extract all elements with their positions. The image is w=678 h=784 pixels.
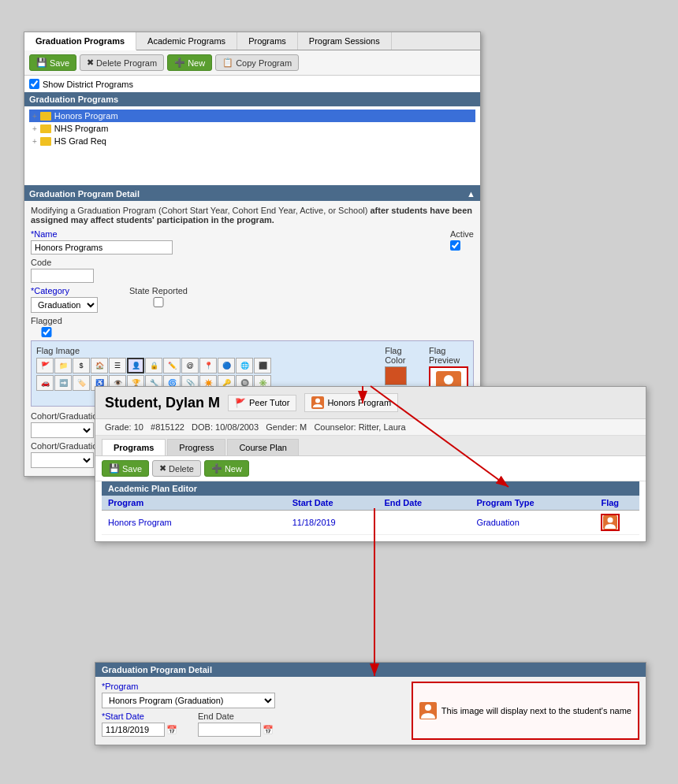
flag-img-lock[interactable]: 🔒 [145, 358, 162, 373]
show-district-checkbox[interactable] [29, 79, 39, 89]
flag-img-tag[interactable]: 🏷️ [73, 375, 90, 391]
save-icon: 💾 [36, 58, 47, 68]
flagged-label: Flagged [31, 316, 62, 325]
flag-img-dark[interactable]: ⬛ [254, 358, 271, 373]
folder-icon [40, 137, 51, 146]
col-end-header[interactable]: End Date [385, 498, 477, 507]
row-program: Honors Program [108, 518, 292, 527]
code-label: Code [31, 258, 94, 267]
copy-program-button[interactable]: 📋 Copy Program [215, 54, 299, 71]
tab-programs[interactable]: Programs [237, 32, 298, 50]
program-item-honors[interactable]: + Honors Program [29, 110, 475, 122]
code-row: Code [31, 258, 474, 283]
row-start: 11/18/2019 [292, 518, 385, 527]
category-label: *Category [31, 286, 98, 295]
table-row[interactable]: Honors Program 11/18/2019 Graduation [102, 511, 639, 535]
top-tab-bar: Graduation Programs Academic Programs Pr… [24, 32, 480, 50]
tab-program-sessions[interactable]: Program Sessions [298, 32, 392, 50]
col-type-header[interactable]: Program Type [476, 498, 587, 507]
svg-point-7 [425, 704, 431, 711]
active-group: Active [450, 229, 474, 251]
plus-icon: ➕ [174, 58, 185, 68]
flag-preview-label: Flag Preview [429, 346, 468, 365]
student-panel: Student, Dylan M 🚩 Peer Tutor Honors Pro… [95, 386, 646, 542]
tab-course-plan[interactable]: Course Plan [227, 439, 299, 455]
student-new-button[interactable]: ➕ New [204, 460, 249, 477]
flag-image-group: Flag Image 🚩 📁 $ 🏠 ☰ 👤 🔒 [36, 346, 369, 391]
bottom-program-select[interactable]: Honors Program (Graduation) [102, 693, 275, 708]
peer-tutor-badge[interactable]: 🚩 Peer Tutor [228, 395, 296, 411]
delete-icon: ✖ [159, 463, 166, 474]
category-group: *Category Graduation [31, 286, 98, 313]
bottom-program-group: *Program Honors Program (Graduation) [102, 682, 405, 708]
cohort-start-select[interactable] [31, 422, 94, 438]
flag-img-at[interactable]: @ [181, 358, 199, 373]
flagged-row: Flagged [31, 316, 474, 337]
student-save-button[interactable]: 💾 Save [102, 460, 149, 477]
bottom-end-group: End Date 📅 [198, 712, 274, 737]
flag-img-dollar[interactable]: $ [73, 358, 90, 373]
bottom-end-input-row: 📅 [198, 723, 274, 737]
flag-img-globe[interactable]: 🌐 [236, 358, 253, 373]
honors-person-icon [311, 396, 324, 409]
tab-graduation-programs[interactable]: Graduation Programs [24, 32, 136, 50]
state-reported-checkbox[interactable] [129, 297, 188, 307]
notice-person-svg [419, 702, 437, 719]
row-flag-person-svg [603, 515, 617, 529]
flag-img-home[interactable]: 🏠 [91, 358, 108, 373]
row-flag-icon-bordered [601, 514, 620, 531]
student-delete-button[interactable]: ✖ Delete [152, 460, 201, 477]
svg-point-5 [607, 518, 613, 523]
tab-academic-programs[interactable]: Academic Programs [136, 32, 237, 50]
bottom-start-input[interactable] [102, 723, 165, 737]
active-checkbox[interactable] [450, 240, 460, 251]
flagged-checkbox[interactable] [31, 327, 62, 337]
student-toolbar: 💾 Save ✖ Delete ➕ New [95, 456, 646, 481]
category-select[interactable]: Graduation [31, 297, 98, 313]
tab-programs[interactable]: Programs [102, 439, 166, 455]
col-program-header[interactable]: Program [108, 498, 292, 507]
delete-program-button[interactable]: ✖ Delete Program [80, 54, 164, 71]
bottom-form: *Program Honors Program (Graduation) *St… [102, 682, 405, 740]
row-flag-cell [587, 514, 633, 531]
bottom-program-label: *Program [102, 682, 405, 691]
collapse-icon[interactable]: ▲ [467, 189, 475, 199]
flag-img-arrow[interactable]: ➡️ [54, 375, 72, 391]
row-type: Graduation [476, 518, 587, 527]
calendar-icon[interactable]: 📅 [166, 725, 177, 735]
flag-img-pencil[interactable]: ✏️ [163, 358, 181, 373]
bottom-detail-content: *Program Honors Program (Graduation) *St… [95, 677, 646, 745]
flag-color-swatch[interactable] [385, 366, 407, 385]
show-district-row: Show District Programs [24, 76, 480, 92]
student-name: Student, Dylan M [105, 395, 220, 411]
folder-icon [40, 124, 51, 133]
program-item-hsgrad[interactable]: + HS Grad Req [29, 135, 475, 147]
new-button[interactable]: ➕ New [167, 54, 212, 71]
honors-program-badge[interactable]: Honors Program [304, 393, 398, 412]
flag-img-circle[interactable]: 🔵 [218, 358, 235, 373]
flag-img-flag[interactable]: 🚩 [36, 358, 54, 373]
folder-icon [40, 112, 51, 121]
flag-img-car[interactable]: 🚗 [36, 375, 54, 391]
bottom-detail-header: Graduation Program Detail [95, 663, 646, 677]
col-flag-header[interactable]: Flag [587, 498, 633, 507]
category-row: *Category Graduation State Reported [31, 286, 474, 313]
flag-img-folder[interactable]: 📁 [54, 358, 72, 373]
code-input[interactable] [31, 269, 94, 283]
flag-img-pin[interactable]: 📍 [199, 358, 217, 373]
save-button[interactable]: 💾 Save [29, 54, 76, 71]
tab-progress[interactable]: Progress [167, 439, 225, 455]
flag-img-list[interactable]: ☰ [109, 358, 126, 373]
academic-plan-header: Academic Plan Editor [102, 481, 639, 496]
calendar-icon-end[interactable]: 📅 [263, 725, 274, 735]
bottom-detail-panel: Graduation Program Detail *Program Honor… [95, 662, 646, 745]
state-reported-label: State Reported [129, 286, 188, 295]
student-header: Student, Dylan M 🚩 Peer Tutor Honors Pro… [95, 387, 646, 419]
bottom-start-label: *Start Date [102, 712, 177, 721]
cohort-end-select[interactable] [31, 452, 94, 468]
col-start-header[interactable]: Start Date [292, 498, 385, 507]
name-input[interactable] [31, 240, 173, 255]
bottom-end-input[interactable] [198, 723, 261, 737]
flag-img-person[interactable]: 👤 [127, 358, 144, 373]
program-item-nhs[interactable]: + NHS Program [29, 122, 475, 135]
